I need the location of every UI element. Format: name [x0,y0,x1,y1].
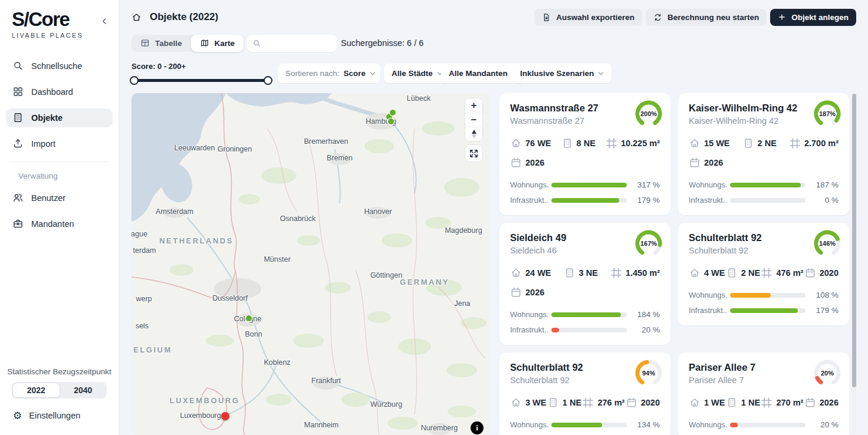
search-input[interactable] [265,39,331,48]
property-stats: 1 WE1 NE270 m²2026 [689,397,839,408]
map-zoom-out-button[interactable]: − [465,113,482,127]
sidebar-item-label: Objekte [31,113,63,123]
map-canvas[interactable]: NETHERLANDSGERMANYBELGIUMLUXEMBOURGLübec… [131,93,489,435]
area-icon [606,137,617,149]
main-area: Objekte (2022) Auswahl exportieren Berec… [119,0,868,435]
sidebar-item-benutzer[interactable]: Benutzer [6,189,113,207]
button-label: Berechnung neu starten [668,13,759,22]
fullscreen-icon [469,149,479,159]
score-bar-label: Wohnungs... [689,420,728,429]
table-icon [140,38,150,48]
plus-icon: + [471,100,477,111]
stat-value: 1.450 m² [626,268,660,278]
stat-item: 270 m² [761,397,803,408]
year-toggle-2022[interactable]: 2022 [12,383,60,398]
property-marker[interactable] [221,412,229,420]
sidebar-item-einstellungen[interactable]: ⚙ Einstellungen [0,407,119,424]
scenarios-dropdown[interactable]: Inklusive Szenarien [512,64,611,83]
stat-value: 2026 [525,288,544,297]
score-range-slider[interactable] [131,76,271,85]
score-bar-value: 20 % [634,325,660,334]
stat-item: 76 WE [510,137,551,149]
score-gauge: 146% [813,229,841,258]
house-icon [689,137,701,149]
score-bar-row: Wohnungs...134 % [510,420,660,429]
stat-item: 4 WE [689,267,725,279]
score-bar-track [551,312,627,317]
score-gauge: 187% [813,100,841,128]
sidebar-item-objekte[interactable]: Objekte [6,108,113,127]
results-count: Suchergebnisse: 6 / 6 [341,38,423,48]
stat-value: 270 m² [776,398,803,407]
tab-tabelle[interactable]: Tabelle [131,35,191,52]
tab-label: Karte [215,39,235,48]
property-card[interactable]: Wasmannstraße 27 Wasmannstraße 27 200% 7… [499,93,670,215]
sidebar-bottom: Statistischer Bezugszeitpunkt 2022 2040 … [0,367,119,424]
map-compass-button[interactable] [465,127,482,141]
property-scores: Wohnungs...108 %Infrastrukt...179 % [689,291,839,315]
sidebar-item-schnellsuche[interactable]: Schnellsuche [6,57,113,75]
search-field[interactable] [247,35,337,52]
create-object-button[interactable]: Objekt anlegen [770,9,856,26]
stat-value: 2 NE [758,139,777,148]
plus-icon [778,13,786,21]
reference-date-label: Statistischer Bezugszeitpunkt [0,367,119,376]
calendar-icon [804,267,816,279]
sidebar-item-dashboard[interactable]: Dashboard [6,83,113,101]
upload-icon [12,138,24,149]
stat-item: 2 NE [742,137,777,149]
sidebar-section-verwaltung: Verwaltung [6,172,113,180]
slider-handle-max[interactable] [264,76,272,85]
property-card[interactable]: Sieldeich 49 Sieldeich 46 167% 24 WE3 NE… [499,223,670,345]
sidebar-item-import[interactable]: Import [6,134,113,153]
property-marker[interactable] [246,315,252,321]
property-marker[interactable] [390,110,396,116]
slider-track[interactable] [131,79,271,82]
stat-item: 2026 [510,157,544,169]
stat-value: 476 m² [776,268,803,278]
sidebar-nav: Schnellsuche Dashboard Objekte Import Ve… [0,39,119,233]
property-scores: Wohnungs...20 % [689,420,839,429]
slider-handle-min[interactable] [130,76,139,85]
property-stats: 4 WE2 NE476 m²2020 [689,267,839,279]
stat-item: 3 WE [510,397,546,408]
property-scores: Wohnungs...184 %Infrastrukt...20 % [510,310,660,334]
stat-value: 3 NE [579,268,598,278]
cities-dropdown[interactable]: Alle Städte [384,64,451,83]
score-bar-row: Wohnungs...20 % [689,420,839,429]
search-icon [12,60,24,71]
score-bar-row: Wohnungs...108 % [689,291,839,299]
house-icon [510,267,522,279]
restart-calculation-button[interactable]: Berechnung neu starten [646,9,767,26]
property-stats: 3 WE1 NE276 m²2020 [510,397,660,408]
sidebar-collapse-button[interactable] [98,15,110,27]
property-card[interactable]: Pariser Allee 7 Pariser Allee 7 20% 1 WE… [678,352,849,435]
sidebar: S/Core LIVABLE PLACES Schnellsuche Dashb… [0,0,119,435]
property-card[interactable]: Schulterblatt 92 Schulterblatt 92 146% 4… [678,223,849,325]
stat-value: 2 NE [741,268,760,278]
cards-scrollbar[interactable] [852,93,856,435]
stat-value: 10.225 m² [621,139,660,148]
score-bar-label: Infrastrukt... [510,196,549,205]
map-info-button[interactable]: i [471,421,484,434]
info-icon: i [476,423,478,433]
home-icon[interactable] [131,12,142,22]
year-toggle-2040[interactable]: 2040 [60,383,107,398]
map-zoom-in-button[interactable]: + [465,98,482,113]
search-icon [252,39,261,48]
sort-dropdown[interactable]: Sortieren nach: Score [278,64,380,83]
export-selection-button[interactable]: Auswahl exportieren [534,9,642,26]
house-icon [689,397,701,408]
property-marker[interactable] [388,118,394,124]
stat-value: 24 WE [525,268,551,278]
map-fullscreen-button[interactable] [465,144,483,162]
property-card[interactable]: Kaiser-Wilhelm-Ring 42 Kaiser-Wilhelm-Ri… [678,93,849,215]
sidebar-item-label: Dashboard [31,87,73,97]
sidebar-item-mandanten[interactable]: Mandanten [6,215,113,233]
cards-scrollbar-thumb[interactable] [852,94,856,387]
stat-item: 276 m² [582,397,624,408]
button-label: Objekt anlegen [791,13,849,22]
property-card[interactable]: Schulterblatt 92 Schulterblatt 92 94% 3 … [499,352,670,435]
stat-value: 1 WE [704,398,725,407]
tab-karte[interactable]: Karte [191,35,244,52]
